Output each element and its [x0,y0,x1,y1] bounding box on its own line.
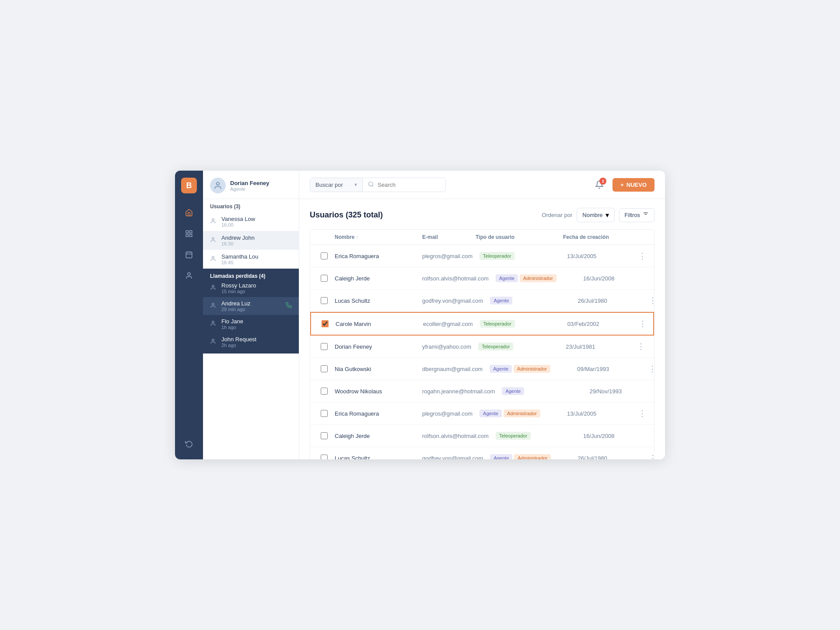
app-container: B [175,171,665,459]
table-row[interactable]: Caleigh Jerderolfson.alvis@hotmail.comTe… [310,425,654,447]
header-fecha: Fecha de creación [560,230,630,245]
content: Usuarios (325 total) Ordenar por Nombre … [299,199,665,459]
search-icon [368,181,374,189]
notification-button[interactable]: 2 [592,177,607,192]
table-body: Erica Romagueraplegros@gmail.comTeleoper… [310,245,654,459]
sidebar-icon-refresh[interactable] [180,435,198,452]
table-cell-email: rogahn.jeanne@hotmail.com [419,383,498,399]
panel-item-andrew[interactable]: Andrew John 16:30 [203,231,299,250]
row-checkbox[interactable] [322,320,329,327]
type-badge: Teleoperador [480,252,514,260]
more-button[interactable]: ⋮ [653,272,654,284]
filter-icon [643,211,649,219]
table-row[interactable]: Erica Romagueraplegros@gmail.comAgenteAd… [310,402,654,425]
header-tipo: Tipo de usuario [472,230,560,245]
type-badge: Teleoperador [478,343,513,350]
missed-name: Flo Jane [221,318,292,325]
sidebar-icon-calendar[interactable] [180,246,198,263]
table-row[interactable]: Lucas Schultzgodfrey.von@gmail.comAgente… [310,447,654,459]
more-button[interactable]: ⋮ [653,430,654,442]
panel-missed-item-rossy[interactable]: Rossy Lazaro 15 min ago [210,279,292,297]
more-button[interactable]: ⋮ [637,250,648,262]
row-checkbox[interactable] [321,388,328,395]
svg-point-15 [212,321,214,323]
more-button[interactable]: ⋮ [636,340,646,353]
table-cell-actions: ⋮ [634,245,651,267]
table-row[interactable]: Dorian Feeneyyframi@yahoo.comTeleoperado… [310,336,654,358]
row-checkbox[interactable] [321,365,328,372]
row-checkbox[interactable] [321,343,328,350]
table-cell-actions: ⋮ [632,336,650,357]
panel-item-samantha[interactable]: Samantha Lou 16:45 [203,250,299,269]
svg-rect-0 [186,231,188,233]
more-button[interactable]: ⋮ [637,407,648,420]
header-email: E-mail [419,230,472,245]
user-icon [210,302,218,310]
panel-missed-item-john[interactable]: John Request 2h ago [210,333,292,351]
panel-item-name: Samantha Lou [221,253,292,260]
missed-item-info: Rossy Lazaro 15 min ago [221,282,292,294]
row-checkbox[interactable] [321,297,328,304]
table-cell-types: Agente [486,292,574,309]
more-button[interactable]: ⋮ [647,363,654,375]
sidebar-icon-home[interactable] [180,204,198,221]
table-cell-types: Teleoperador [492,427,580,444]
table-cell-checkbox [318,315,332,332]
more-button[interactable]: ⋮ [648,452,654,459]
table-cell-date: 16/Jun/2008 [580,270,650,287]
row-checkbox[interactable] [321,410,328,417]
svg-point-14 [212,303,214,305]
table-cell-name: Dorian Feeney [331,339,419,355]
row-checkbox[interactable] [321,252,328,259]
missed-name: Andrea Luz [221,300,282,307]
more-button[interactable]: ⋮ [648,294,654,307]
panel-item-info: Vanessa Low 16:00 [221,216,292,228]
sidebar-icon-grid[interactable] [180,225,198,242]
row-checkbox[interactable] [321,275,328,282]
table-row[interactable]: Erica Romagueraplegros@gmail.comTeleoper… [310,245,654,267]
sidebar-bottom [180,435,198,452]
table-row[interactable]: Woodrow Nikolausrogahn.jeanne@hotmail.co… [310,380,654,402]
svg-point-8 [188,273,190,275]
svg-point-17 [369,182,373,186]
order-select[interactable]: Nombre ▾ [577,208,614,222]
missed-time: 29 min ago [221,307,282,312]
panel-missed-item-flo[interactable]: Flo Jane 1h ago [210,315,292,333]
table-cell-actions: ⋮ [644,358,654,380]
sidebar-icon-user[interactable] [180,267,198,284]
header-nombre[interactable]: Nombre ↑ [331,230,419,245]
type-badge: Administrador [514,365,550,373]
table-row[interactable]: Caleigh Jerderolfson.alvis@hotmail.comAg… [310,267,654,290]
panel-item-vanessa[interactable]: Vanessa Low 16:00 [203,212,299,231]
row-checkbox[interactable] [321,455,328,459]
table-cell-email: yframi@yahoo.com [419,339,475,355]
user-icon [210,218,218,225]
header-checkbox [317,230,331,245]
missed-item-info: Andrea Luz 29 min ago [221,300,282,312]
avatar [210,178,226,193]
new-button[interactable]: + NUEVO [612,178,654,192]
table-row[interactable]: Nia Gutkowskidbergnaum@gmail.comAgenteAd… [310,358,654,380]
filter-select[interactable]: Buscar por ▾ [310,178,363,192]
table-cell-name: Erica Romaguera [331,406,419,422]
table-row[interactable]: Carole Marvinecollier@gmail.comTeleopera… [310,312,654,336]
user-icon [210,237,218,244]
type-badge: Agente [490,365,512,373]
filter-button[interactable]: Filtros [619,208,654,222]
table-cell-date: 13/Jul/2005 [564,406,634,422]
type-badge: Administrador [520,274,556,282]
more-button[interactable]: ⋮ [637,318,648,330]
order-label: Ordenar por [542,212,572,218]
panel-missed-item-andrea[interactable]: Andrea Luz 29 min ago [203,297,299,315]
panel-item-name: Andrew John [221,234,292,241]
row-checkbox[interactable] [321,432,328,439]
type-badge: Agente [496,274,518,282]
table-cell-types: AgenteAdministrador [476,405,564,422]
missed-time: 2h ago [221,343,292,348]
table-row[interactable]: Lucas Schultzgodfrey.von@gmail.comAgente… [310,290,654,312]
table: Nombre ↑ E-mail Tipo de usuario Fecha de… [310,229,654,459]
svg-point-11 [212,238,214,240]
search-input[interactable] [378,182,440,188]
table-cell-types: AgenteAdministrador [486,360,574,378]
panel: Dorian Feeney Agente Usuarios (3) Vaness… [203,171,299,459]
